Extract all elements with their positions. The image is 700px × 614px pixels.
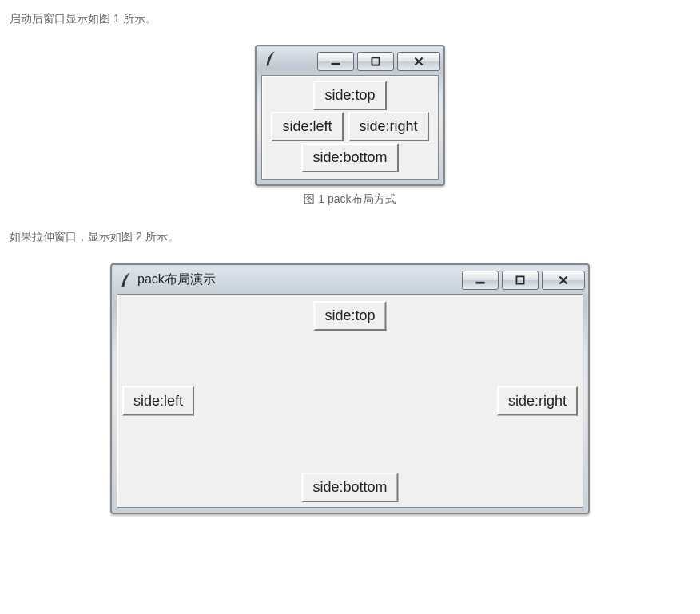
figure-1-container: side:top side:left side:right side:botto…: [10, 45, 690, 186]
pack-bottom-region: side:bottom: [265, 143, 435, 172]
doc-paragraph-1: 启动后窗口显示如图 1 所示。: [10, 10, 690, 27]
figure-1-caption: 图 1 pack布局方式: [10, 192, 690, 207]
maximize-button[interactable]: [357, 52, 394, 71]
tk-label-top: side:top: [313, 301, 386, 331]
titlebar[interactable]: pack布局演示: [112, 265, 588, 294]
tk-label-bottom: side:bottom: [301, 473, 398, 502]
window-title-left: [264, 51, 276, 67]
tk-window-1: side:top side:left side:right side:botto…: [255, 45, 445, 186]
pack-mid-region: side:left side:right: [265, 112, 435, 141]
tk-feather-icon: [264, 51, 276, 67]
titlebar[interactable]: [257, 46, 443, 75]
svg-rect-5: [516, 276, 523, 283]
svg-rect-4: [476, 282, 485, 284]
minimize-button[interactable]: [462, 271, 499, 290]
tk-label-top: side:top: [313, 81, 386, 110]
tk-label-left: side:left: [271, 112, 343, 141]
client-area: side:top side:left side:right side:botto…: [117, 294, 583, 508]
tk-feather-icon: [120, 272, 131, 288]
tk-window-2: pack布局演示 side:top side:left: [110, 263, 590, 514]
client-area: side:top side:left side:right side:botto…: [261, 75, 439, 180]
svg-rect-0: [332, 63, 340, 65]
pack-top-region: side:top: [265, 81, 435, 110]
window-title-text: pack布局演示: [137, 271, 216, 288]
close-button[interactable]: [542, 271, 585, 290]
window-title-left: pack布局演示: [120, 271, 216, 288]
tk-label-right: side:right: [348, 112, 429, 141]
close-button[interactable]: [397, 52, 440, 71]
tk-label-left: side:left: [122, 386, 194, 415]
doc-paragraph-2: 如果拉伸窗口，显示如图 2 所示。: [10, 228, 690, 245]
svg-rect-1: [372, 58, 379, 65]
minimize-button[interactable]: [317, 52, 354, 71]
tk-label-right: side:right: [497, 386, 578, 415]
maximize-button[interactable]: [502, 271, 539, 290]
tk-label-bottom: side:bottom: [301, 143, 398, 172]
window-buttons: [317, 52, 440, 71]
figure-2-container: pack布局演示 side:top side:left: [10, 263, 690, 514]
window-buttons: [462, 271, 585, 290]
